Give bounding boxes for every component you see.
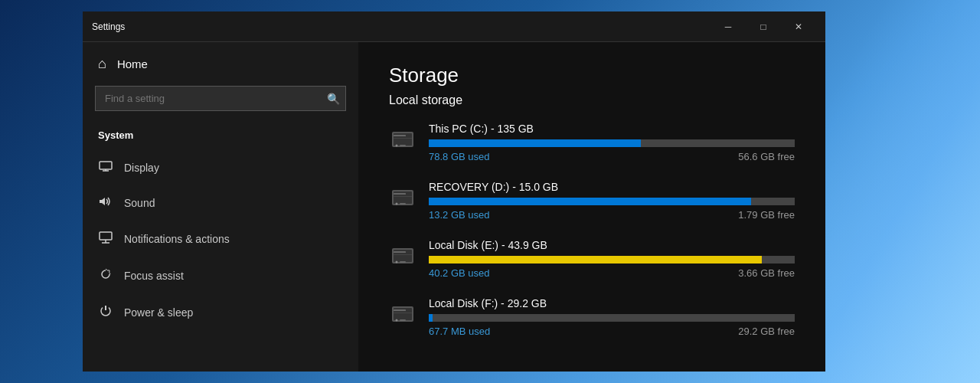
storage-free-3: 29.2 GB free — [738, 326, 795, 337]
storage-free-1: 1.79 GB free — [738, 209, 795, 221]
storage-drive-3: Local Disk (F:) - 29.2 GB 67.7 MB used 2… — [389, 297, 795, 337]
progress-bar-fill-1 — [429, 198, 751, 205]
window-controls: ─ □ ✕ — [710, 15, 816, 38]
storage-details-0: 78.8 GB used 56.6 GB free — [429, 151, 795, 162]
drive-name-0: This PC (C:) - 135 GB — [429, 123, 795, 135]
svg-point-16 — [396, 203, 398, 205]
sidebar-item-display[interactable]: Display — [83, 150, 358, 185]
progress-bar-fill-2 — [429, 256, 762, 264]
progress-bar-fill-0 — [429, 139, 641, 147]
sidebar: ⌂ Home 🔍 System Display So — [83, 42, 358, 372]
svg-rect-13 — [394, 138, 412, 139]
drive-icon-2 — [389, 242, 416, 270]
focus-icon — [98, 268, 113, 283]
drive-icon-3 — [389, 300, 416, 328]
storage-drive-2: Local Disk (E:) - 43.9 GB 40.2 GB used 3… — [389, 239, 795, 279]
progress-bar-fill-3 — [429, 314, 433, 322]
svg-rect-24 — [394, 251, 406, 253]
sidebar-item-notifications[interactable]: Notifications & actions — [83, 221, 358, 257]
sidebar-section-label: System — [83, 123, 358, 150]
notifications-label: Notifications & actions — [124, 233, 230, 245]
progress-bar-bg-1 — [429, 198, 795, 205]
section-title: Local storage — [389, 93, 795, 107]
svg-point-10 — [396, 145, 398, 147]
svg-rect-25 — [394, 254, 412, 255]
power-label: Power & sleep — [124, 306, 193, 319]
svg-rect-19 — [394, 196, 412, 197]
drive-name-2: Local Disk (E:) - 43.9 GB — [429, 239, 795, 251]
home-label: Home — [117, 57, 148, 70]
storage-info-3: Local Disk (F:) - 29.2 GB 67.7 MB used 2… — [429, 297, 795, 337]
focus-label: Focus assist — [124, 270, 184, 282]
progress-bar-bg-2 — [429, 256, 795, 264]
settings-window: Settings ─ □ ✕ ⌂ Home 🔍 System — [83, 11, 825, 372]
search-icon[interactable]: 🔍 — [327, 93, 340, 105]
sidebar-item-power[interactable]: Power & sleep — [83, 294, 358, 331]
storage-used-3: 67.7 MB used — [429, 326, 490, 337]
svg-rect-0 — [100, 162, 112, 169]
svg-rect-4 — [100, 232, 112, 240]
drive-icon-0 — [389, 126, 416, 153]
main-content: Storage Local storage This PC (C:) - 135… — [358, 42, 825, 372]
storage-used-0: 78.8 GB used — [429, 151, 490, 162]
power-icon — [98, 305, 113, 320]
svg-point-28 — [396, 319, 398, 322]
drive-icon-1 — [389, 184, 416, 211]
search-wrapper: 🔍 — [95, 86, 346, 111]
close-button[interactable]: ✕ — [781, 15, 816, 38]
storage-used-2: 40.2 GB used — [429, 267, 490, 279]
drive-name-3: Local Disk (F:) - 29.2 GB — [429, 297, 795, 309]
sidebar-item-focus[interactable]: Focus assist — [83, 257, 358, 294]
sound-label: Sound — [124, 197, 155, 209]
window-title: Settings — [92, 21, 710, 32]
minimize-button[interactable]: ─ — [710, 15, 746, 38]
svg-point-22 — [396, 261, 398, 264]
svg-rect-30 — [394, 309, 406, 311]
notifications-icon — [98, 231, 113, 247]
svg-rect-18 — [394, 193, 406, 195]
storage-free-2: 3.66 GB free — [738, 267, 795, 279]
title-bar: Settings ─ □ ✕ — [83, 11, 825, 42]
search-container: 🔍 — [83, 86, 358, 123]
svg-rect-31 — [394, 313, 412, 313]
svg-rect-11 — [400, 145, 406, 146]
svg-marker-3 — [100, 198, 105, 205]
svg-rect-23 — [400, 261, 406, 263]
home-icon: ⌂ — [98, 56, 106, 72]
storage-details-3: 67.7 MB used 29.2 GB free — [429, 326, 795, 337]
search-input[interactable] — [95, 86, 346, 111]
sidebar-item-sound[interactable]: Sound — [83, 185, 358, 221]
storage-info-0: This PC (C:) - 135 GB 78.8 GB used 56.6 … — [429, 123, 795, 162]
svg-rect-29 — [400, 319, 406, 321]
storage-drive-0: This PC (C:) - 135 GB 78.8 GB used 56.6 … — [389, 123, 795, 162]
drive-name-1: RECOVERY (D:) - 15.0 GB — [429, 181, 795, 193]
svg-rect-12 — [394, 135, 406, 136]
page-title: Storage — [389, 64, 795, 87]
storage-drive-1: RECOVERY (D:) - 15.0 GB 13.2 GB used 1.7… — [389, 181, 795, 221]
maximize-button[interactable]: □ — [746, 15, 781, 38]
drives-container: This PC (C:) - 135 GB 78.8 GB used 56.6 … — [389, 123, 795, 337]
display-icon — [98, 161, 113, 175]
storage-used-1: 13.2 GB used — [429, 209, 490, 221]
window-content: ⌂ Home 🔍 System Display So — [83, 42, 825, 372]
storage-info-2: Local Disk (E:) - 43.9 GB 40.2 GB used 3… — [429, 239, 795, 279]
progress-bar-bg-0 — [429, 139, 795, 147]
display-label: Display — [124, 162, 159, 174]
progress-bar-bg-3 — [429, 314, 795, 322]
svg-rect-17 — [400, 203, 406, 205]
storage-details-2: 40.2 GB used 3.66 GB free — [429, 267, 795, 279]
storage-details-1: 13.2 GB used 1.79 GB free — [429, 209, 795, 221]
storage-info-1: RECOVERY (D:) - 15.0 GB 13.2 GB used 1.7… — [429, 181, 795, 221]
sidebar-item-home[interactable]: ⌂ Home — [83, 42, 358, 86]
storage-free-0: 56.6 GB free — [738, 151, 795, 162]
sound-icon — [98, 196, 113, 210]
